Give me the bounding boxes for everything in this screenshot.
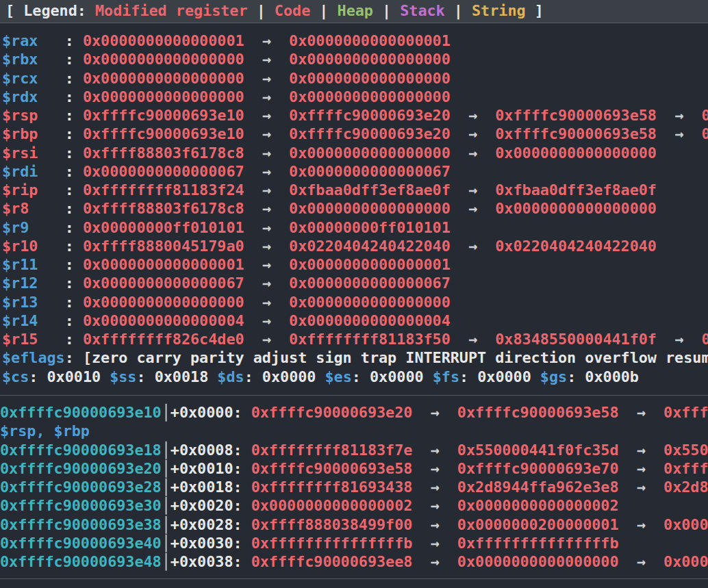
register-separator: : [65, 181, 83, 199]
arrow-right-icon: → [412, 553, 457, 570]
arrow-right-icon: → [412, 478, 457, 496]
register-value: 0x8348550000441f0f [495, 331, 657, 348]
register-value: 0x0000000000000000 [289, 200, 451, 217]
segment-name: $es [316, 368, 351, 385]
stack-value: 0xffffc90000693e58 [251, 460, 413, 477]
register-value: 0x0000000000000000 [289, 144, 451, 162]
register-value: 0xffff88803f6178c8 [83, 144, 244, 162]
stack-row: 0xffffc90000693e20│+0x0010: 0xffffc90000… [0, 459, 708, 478]
register-row: $r12 : 0x0000000000000067 → 0x0000000000… [2, 274, 708, 292]
register-value: 0xffff88803f6178c8 [83, 200, 244, 217]
column-bar-icon: │ [162, 442, 170, 459]
register-name: $r9 [2, 219, 65, 236]
stack-value: 0xfffffffffffffffb [251, 535, 413, 552]
register-separator: : [65, 312, 83, 329]
register-value: 0x [701, 107, 708, 124]
register-value: 0xffff8880045179a0 [83, 238, 244, 255]
stack-address: 0xffffc90000693e30 [0, 497, 162, 514]
arrow-right-icon: → [244, 32, 289, 49]
register-row: $r15 : 0xffffffff826c4de0 → 0xffffffff81… [2, 330, 708, 348]
stack-value: 0x0000000000000002 [251, 497, 413, 514]
register-name: $r12 [2, 274, 65, 292]
stack-row: 0xffffc90000693e40│+0x0030: 0xffffffffff… [0, 534, 708, 552]
register-value: 0x0000000000000000 [289, 88, 451, 105]
register-row: $r11 : 0x0000000000000001 → 0x0000000000… [2, 255, 708, 274]
register-value: 0x0000000000000000 [495, 200, 657, 217]
stack-value: 0xffffc90000693ee8 [251, 553, 413, 570]
register-value: 0x0000000000000067 [83, 163, 244, 180]
arrow-right-icon: → [244, 107, 289, 124]
arrow-right-icon: → [412, 460, 457, 477]
arrow-right-icon: → [412, 442, 457, 459]
register-value: 0xffffc90000693e10 [83, 125, 244, 142]
column-bar-icon: │ [162, 516, 170, 533]
legend-suffix: ] [526, 2, 544, 19]
arrow-right-icon: → [451, 144, 495, 162]
register-value: 0x0000000000000067 [289, 274, 451, 292]
stack-row: 0xffffc90000693e28│+0x0018: 0xffffffff81… [0, 478, 708, 496]
legend-prefix: [ Legend: [5, 2, 95, 19]
register-value: 0x0000000000000000 [83, 294, 244, 311]
register-separator: : [65, 219, 83, 236]
stack-address: 0xffffc90000693e40 [0, 535, 162, 552]
register-row: $rsp : 0xffffc90000693e10 → 0xffffc90000… [2, 106, 708, 125]
register-value: 0x [701, 331, 708, 348]
register-name: $rbp [2, 125, 65, 142]
segments-row: $cs: 0x0010 $ss: 0x0018 $ds: 0x0000 $es:… [2, 368, 708, 386]
stack-address: 0xffffc90000693e10 [0, 404, 162, 421]
column-bar-icon: │ [162, 535, 170, 552]
register-value: 0xffffc90000693e58 [495, 125, 657, 142]
register-row: $rsi : 0xffff88803f6178c8 → 0x0000000000… [2, 144, 708, 162]
stack-value: 0x0000 [663, 516, 708, 533]
register-value: 0x [701, 125, 708, 142]
stack-offset: +0x0030: [170, 535, 251, 552]
stack-value: 0x0000 [663, 553, 708, 570]
register-value: 0xffffc90000693e20 [289, 107, 451, 124]
segment-value: 0x0018 [155, 368, 209, 385]
stack-value: 0xfffffffffffffffb [457, 535, 619, 552]
stack-value: 0xffffc90000693e20 [251, 404, 413, 421]
register-row: $rcx : 0x0000000000000000 → 0x0000000000… [2, 69, 708, 88]
register-row: $r13 : 0x0000000000000000 → 0x0000000000… [2, 293, 708, 311]
stack-row: 0xffffc90000693e10│+0x0000: 0xffffc90000… [0, 403, 708, 422]
column-bar-icon: │ [162, 460, 170, 477]
stack-row: 0xffffc90000693e38│+0x0028: 0xffff888038… [0, 515, 708, 534]
arrow-right-icon: → [657, 107, 701, 124]
register-row: $rbx : 0x0000000000000000 → 0x0000000000… [2, 50, 708, 68]
register-separator: : [65, 256, 83, 273]
arrow-right-icon: → [244, 331, 289, 348]
column-bar-icon: │ [162, 553, 170, 570]
register-value: 0x0220404240422040 [289, 238, 451, 255]
register-name: $rsi [2, 144, 65, 162]
stack-address: 0xffffc90000693e18 [0, 442, 162, 459]
register-row: $rax : 0x0000000000000001 → 0x0000000000… [2, 31, 708, 50]
segment-separator: : [567, 368, 585, 385]
register-value: 0x0000000000000000 [495, 144, 657, 162]
arrow-right-icon: → [244, 312, 289, 329]
arrow-right-icon: → [657, 331, 701, 348]
stack-value: 0x0000000000000002 [457, 497, 619, 514]
segment-value: 0x0010 [47, 368, 101, 385]
register-value: 0xffffffff826c4de0 [83, 331, 244, 348]
terminal-screen[interactable]: [ Legend: Modified register | Code | Hea… [0, 0, 708, 588]
register-separator: : [65, 32, 83, 49]
segment-separator: : [459, 368, 477, 385]
register-row: $r9 : 0x00000000ff010101 → 0x00000000ff0… [2, 218, 708, 237]
register-value: 0x0000000000000001 [289, 256, 451, 273]
arrow-right-icon: → [244, 125, 289, 142]
register-name: $rip [2, 181, 65, 199]
register-separator: : [65, 107, 83, 124]
stack-address: 0xffffc90000693e20 [0, 460, 162, 477]
register-value: 0x0000000000000000 [289, 70, 451, 87]
legend-item-code: Code [275, 2, 310, 19]
registers-section: $rax : 0x0000000000000001 → 0x0000000000… [2, 31, 708, 386]
legend-item-string: String [472, 2, 526, 19]
segment-name: $fs [424, 368, 459, 385]
stack-offset: +0x0038: [170, 553, 251, 570]
arrow-right-icon: → [451, 125, 495, 142]
arrow-right-icon: → [244, 274, 289, 292]
arrow-right-icon: → [619, 553, 663, 570]
arrow-right-icon: → [451, 107, 495, 124]
arrow-right-icon: → [657, 125, 701, 142]
register-separator: : [65, 51, 83, 68]
